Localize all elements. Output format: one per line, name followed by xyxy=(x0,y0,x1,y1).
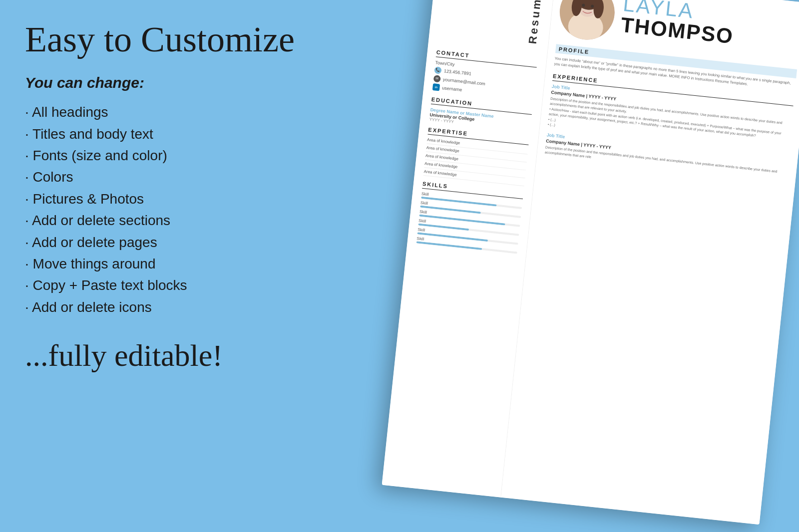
feature-item: Fonts (size and color) xyxy=(25,145,295,166)
feature-item: Pictures & Photos xyxy=(25,188,295,210)
experience-section: EXPERIENCE Job Title Company Name | YYYY… xyxy=(544,73,794,181)
feature-item: Add or delete icons xyxy=(25,296,295,318)
resume-photo xyxy=(557,0,617,42)
resume-right-column: LAYLA THOMPSO PROFILE You can include "a… xyxy=(501,0,799,525)
contact-section: CONTACT Town/City 📞 123.456.7891 ✉ yourn… xyxy=(432,49,538,101)
feature-item: Titles and body text xyxy=(25,123,295,145)
linkedin-icon: in xyxy=(432,83,440,91)
feature-item: Move things around xyxy=(25,253,295,274)
resume-card: Resume. CONTACT Town/City 📞 123.456.7891… xyxy=(382,0,799,525)
feature-item: Add or delete pages xyxy=(25,232,295,253)
feature-item: Colors xyxy=(25,166,295,188)
expertise-items: Area of knowledgeArea of knowledgeArea o… xyxy=(423,137,528,186)
feature-item: Add or delete sections xyxy=(25,210,295,231)
resume-wrapper: Resume. CONTACT Town/City 📞 123.456.7891… xyxy=(382,0,799,525)
left-panel: Easy to Customize You can change: All he… xyxy=(25,20,295,373)
email-icon: ✉ xyxy=(433,75,441,82)
feature-item: Copy + Paste text blocks xyxy=(25,274,295,296)
main-title: Easy to Customize xyxy=(25,20,295,59)
resume-name-block: LAYLA THOMPSO xyxy=(620,0,799,54)
feature-item: All headings xyxy=(25,101,295,123)
footer-text: ...fully editable! xyxy=(25,338,295,373)
resume-vertical-label: Resume. xyxy=(526,0,545,44)
feature-list: All headingsTitles and body textFonts (s… xyxy=(25,101,295,318)
subtitle: You can change: xyxy=(25,74,295,91)
expertise-section: EXPERTISE Area of knowledgeArea of knowl… xyxy=(423,126,529,186)
phone-icon: 📞 xyxy=(434,66,441,74)
skills-bars: Skill Skill Skill Skill Skill xyxy=(416,192,523,254)
education-section: EDUCATION Degree Name or Master Name Uni… xyxy=(429,96,532,132)
skills-section: SKILLS Skill Skill Skill Skill Skill xyxy=(416,181,524,254)
